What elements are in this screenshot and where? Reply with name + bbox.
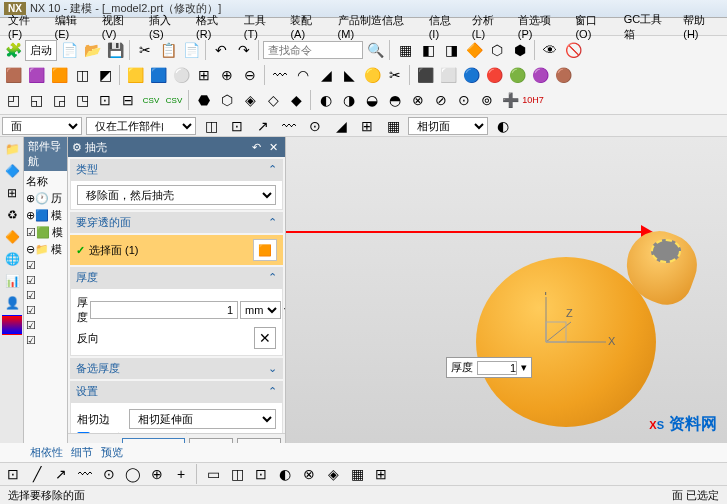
- new-icon[interactable]: 📄: [58, 39, 80, 61]
- e6-icon[interactable]: ⊘: [430, 89, 452, 111]
- f5-icon[interactable]: ⊙: [304, 115, 326, 137]
- scope-filter-dropdown[interactable]: 仅在工作部件内: [86, 117, 196, 135]
- d2-icon[interactable]: ⬡: [216, 89, 238, 111]
- nav-item[interactable]: ⊕🟦模: [26, 207, 65, 224]
- b3-icon[interactable]: 🔵: [460, 64, 482, 86]
- paste-icon[interactable]: 📄: [180, 39, 202, 61]
- dialog-undo-icon[interactable]: ↶: [249, 141, 264, 154]
- e8-icon[interactable]: ⊚: [476, 89, 498, 111]
- section-faces[interactable]: 要穿透的面⌃: [70, 212, 283, 233]
- f4-icon[interactable]: 〰: [278, 115, 300, 137]
- d4-icon[interactable]: ◇: [262, 89, 284, 111]
- color-icon[interactable]: [2, 315, 22, 335]
- nav-item[interactable]: ☑: [26, 333, 65, 348]
- f3-icon[interactable]: ↗: [252, 115, 274, 137]
- d1-icon[interactable]: ⬣: [193, 89, 215, 111]
- b2-icon[interactable]: ⬜: [437, 64, 459, 86]
- unite-icon[interactable]: ⊕: [216, 64, 238, 86]
- sweep-icon[interactable]: 〰: [269, 64, 291, 86]
- view2-icon[interactable]: ◧: [417, 39, 439, 61]
- cons-icon[interactable]: ⊞: [2, 183, 22, 203]
- e1-icon[interactable]: ◐: [315, 89, 337, 111]
- e2-icon[interactable]: ◑: [338, 89, 360, 111]
- section-settings[interactable]: 设置⌃: [70, 381, 283, 402]
- tab-detail[interactable]: 细节: [71, 445, 93, 460]
- search-icon[interactable]: 🔍: [364, 39, 386, 61]
- assy-icon[interactable]: 🔷: [2, 161, 22, 181]
- dialog-close-icon[interactable]: ✕: [266, 141, 281, 154]
- d3-icon[interactable]: ◈: [239, 89, 261, 111]
- nav-item[interactable]: ⊕🕐历: [26, 190, 65, 207]
- section-type[interactable]: 类型⌃: [70, 159, 283, 180]
- sel1-icon[interactable]: ▭: [202, 463, 224, 485]
- role-icon[interactable]: 👤: [2, 293, 22, 313]
- nav-item[interactable]: ☑: [26, 288, 65, 303]
- cut-icon[interactable]: ✂: [134, 39, 156, 61]
- section-thickness[interactable]: 厚度⌃: [70, 267, 283, 288]
- pattern-icon[interactable]: ⊞: [193, 64, 215, 86]
- sel4-icon[interactable]: ◐: [274, 463, 296, 485]
- show-icon[interactable]: 👁: [539, 39, 561, 61]
- chamfer-icon[interactable]: ◢: [315, 64, 337, 86]
- f1-icon[interactable]: ◫: [200, 115, 222, 137]
- start-button[interactable]: 🧩: [2, 39, 24, 61]
- overlay-dropdown-icon[interactable]: ▾: [521, 361, 527, 374]
- wire-icon[interactable]: ⬡: [486, 39, 508, 61]
- tab-dependency[interactable]: 相依性: [30, 445, 63, 460]
- shell-icon[interactable]: 🟡: [361, 64, 383, 86]
- tangent-filter-dropdown[interactable]: 相切面: [408, 117, 488, 135]
- e5-icon[interactable]: ⊗: [407, 89, 429, 111]
- sel8-icon[interactable]: ⊞: [370, 463, 392, 485]
- d5-icon[interactable]: ◆: [285, 89, 307, 111]
- section-alt-thickness[interactable]: 备选厚度⌄: [70, 358, 283, 379]
- select-face-row[interactable]: ✓选择面 (1) 🟧: [70, 235, 283, 265]
- tab-preview[interactable]: 预览: [101, 445, 123, 460]
- web-icon[interactable]: 🌐: [2, 249, 22, 269]
- type-filter-dropdown[interactable]: 面: [2, 117, 82, 135]
- tool-a4-icon[interactable]: ◫: [71, 64, 93, 86]
- b5-icon[interactable]: 🟢: [506, 64, 528, 86]
- hd3d-icon[interactable]: 🔶: [2, 227, 22, 247]
- start-dropdown[interactable]: 启动: [25, 40, 57, 61]
- reverse-icon[interactable]: ✕: [254, 327, 276, 349]
- f9-icon[interactable]: ◐: [492, 115, 514, 137]
- open-icon[interactable]: 📂: [81, 39, 103, 61]
- snap7-icon[interactable]: ⊕: [146, 463, 168, 485]
- hole-icon[interactable]: ⚪: [170, 64, 192, 86]
- trim-icon[interactable]: ✂: [384, 64, 406, 86]
- viewport[interactable]: X Y Z 厚度 ▾ XS 资料网 ZL.XS1616.COM: [286, 137, 727, 465]
- nav-item[interactable]: ☑: [26, 318, 65, 333]
- c3-icon[interactable]: ◲: [48, 89, 70, 111]
- snap6-icon[interactable]: ◯: [122, 463, 144, 485]
- csv2-icon[interactable]: CSV: [163, 89, 185, 111]
- sel7-icon[interactable]: ▦: [346, 463, 368, 485]
- tool-a1-icon[interactable]: 🟫: [2, 64, 24, 86]
- type-dropdown[interactable]: 移除面，然后抽壳: [77, 185, 276, 205]
- thickness-input[interactable]: [90, 301, 238, 319]
- f7-icon[interactable]: ⊞: [356, 115, 378, 137]
- tool-a3-icon[interactable]: 🟧: [48, 64, 70, 86]
- snap2-icon[interactable]: ╱: [26, 463, 48, 485]
- extrude-icon[interactable]: 🟨: [124, 64, 146, 86]
- b4-icon[interactable]: 🔴: [483, 64, 505, 86]
- find-command-input[interactable]: [263, 41, 363, 59]
- redo-icon[interactable]: ↷: [233, 39, 255, 61]
- tangent-edge-dropdown[interactable]: 相切延伸面: [129, 409, 276, 429]
- undo-icon[interactable]: ↶: [210, 39, 232, 61]
- sel3-icon[interactable]: ⊡: [250, 463, 272, 485]
- overlay-thickness-input[interactable]: [477, 361, 517, 375]
- sel2-icon[interactable]: ◫: [226, 463, 248, 485]
- nav-item[interactable]: ☑🟩模: [26, 224, 65, 241]
- e9-icon[interactable]: ➕: [499, 89, 521, 111]
- c4-icon[interactable]: ◳: [71, 89, 93, 111]
- f8-icon[interactable]: ▦: [382, 115, 404, 137]
- thickness-menu-icon[interactable]: ▾: [283, 299, 285, 321]
- snap3-icon[interactable]: ↗: [50, 463, 72, 485]
- f6-icon[interactable]: ◢: [330, 115, 352, 137]
- hist-icon[interactable]: 📊: [2, 271, 22, 291]
- blend-icon[interactable]: ◠: [292, 64, 314, 86]
- tool-a2-icon[interactable]: 🟪: [25, 64, 47, 86]
- hide-icon[interactable]: 🚫: [562, 39, 584, 61]
- nav-item[interactable]: ☑: [26, 303, 65, 318]
- f2-icon[interactable]: ⊡: [226, 115, 248, 137]
